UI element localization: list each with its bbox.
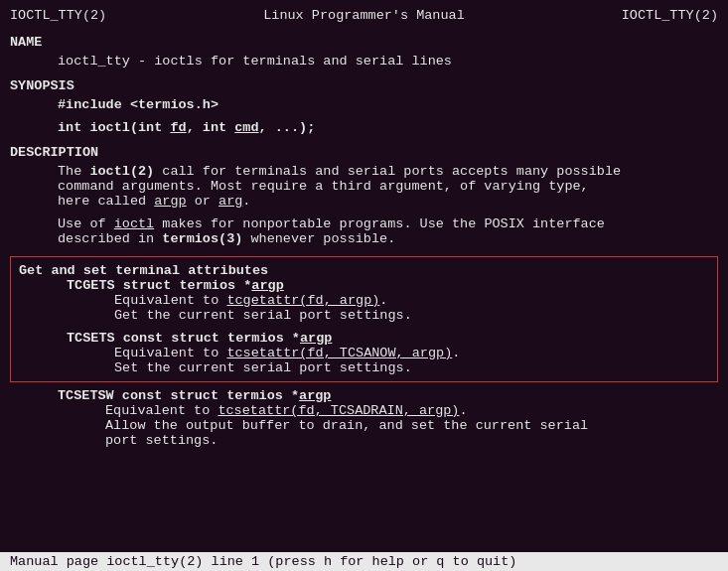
- tcsets-desc-text: Set the current serial port settings.: [114, 360, 412, 375]
- header-left: IOCTL_TTY(2): [10, 8, 106, 23]
- tcsetsw-equiv: Equivalent to tcsetattr(fd, TCSADRAIN, a…: [10, 403, 718, 418]
- status-bar: Manual page ioctl_tty(2) line 1 (press h…: [0, 552, 728, 571]
- tcsetsw-equiv-prefix: Equivalent to: [105, 403, 218, 418]
- desc-p2-rest: makes for nonportable programs. Use the …: [154, 216, 605, 231]
- tcsetsw-equiv-end: .: [459, 403, 467, 418]
- terminal-window: IOCTL_TTY(2) Linux Programmer's Manual I…: [0, 0, 728, 571]
- tcgets-equiv-link: tcgetattr(fd, argp): [226, 293, 379, 308]
- header-right: IOCTL_TTY(2): [622, 8, 718, 23]
- tcgets-desc: Get the current serial port settings.: [19, 308, 709, 323]
- desc-argp: argp: [154, 194, 186, 209]
- section-synopsis: SYNOPSIS #include <termios.h> int ioctl(…: [10, 78, 718, 135]
- section-synopsis-title: SYNOPSIS: [10, 78, 718, 93]
- tcgets-equiv: Equivalent to tcgetattr(fd, argp).: [19, 293, 709, 308]
- proto-rest: , ...);: [259, 120, 316, 135]
- tcgets-cmd: TCGETS: [67, 278, 115, 293]
- tcgets-equiv-end: .: [379, 293, 387, 308]
- desc-p1-bold: ioctl(2): [89, 164, 154, 179]
- tcsetsw-desc1: Allow the output buffer to drain, and se…: [10, 418, 718, 433]
- proto-comma: , int: [187, 120, 235, 135]
- description-para1-line3: here called argp or arg.: [10, 194, 718, 209]
- tcsetsw-equiv-link: tcsetattr(fd, TCSADRAIN, argp): [218, 403, 459, 418]
- desc-p2-l2-rest: whenever possible.: [242, 231, 395, 246]
- status-bar-text: Manual page ioctl_tty(2) line 1 (press h…: [10, 554, 516, 569]
- highlighted-section: Get and set terminal attributes TCGETS s…: [10, 256, 718, 382]
- tcgets-argp: argp: [251, 278, 283, 293]
- section-description-title: DESCRIPTION: [10, 145, 718, 160]
- desc-p1-l3-prefix: here called: [58, 194, 154, 209]
- desc-p1-l3-end: .: [242, 194, 250, 209]
- section-tcsetsw: TCSETSW const struct termios *argp Equiv…: [10, 388, 718, 448]
- man-page-header: IOCTL_TTY(2) Linux Programmer's Manual I…: [10, 8, 718, 23]
- tcgets-entry: TCGETS struct termios *argp: [19, 278, 709, 293]
- tcsetsw-spacing: [114, 388, 122, 403]
- tcsets-equiv-link: tcsetattr(fd, TCSANOW, argp): [226, 346, 452, 360]
- proto-cmd: cmd: [234, 120, 258, 135]
- desc-termios-link: termios(3): [162, 231, 242, 246]
- tcsets-arg: const struct termios *: [123, 331, 300, 346]
- tcsetsw-desc2: port settings.: [10, 433, 718, 448]
- tcsetsw-entry: TCSETSW const struct termios *argp: [10, 388, 718, 403]
- tcsets-equiv-prefix: Equivalent to: [114, 346, 226, 360]
- highlighted-title: Get and set terminal attributes: [19, 263, 709, 278]
- desc-p2-l2-prefix: described in: [58, 231, 162, 246]
- tcgets-spacing: [115, 278, 123, 293]
- tcsetsw-cmd: TCSETSW: [58, 388, 114, 403]
- tcsets-cmd: TCSETS: [67, 331, 115, 346]
- tcsetsw-arg: const struct termios *: [122, 388, 299, 403]
- section-name-title: NAME: [10, 35, 718, 50]
- tcsets-desc: Set the current serial port settings.: [19, 360, 709, 375]
- section-name-content: ioctl_tty - ioctls for terminals and ser…: [10, 54, 718, 69]
- tcsets-equiv-end: .: [452, 346, 460, 360]
- section-description: DESCRIPTION The ioctl(2) call for termin…: [10, 145, 718, 246]
- synopsis-proto: int ioctl(int fd, int cmd, ...);: [10, 120, 718, 135]
- description-para2-line2: described in termios(3) whenever possibl…: [10, 231, 718, 246]
- tcsets-argp: argp: [300, 331, 332, 346]
- desc-p2-prefix: Use of: [58, 216, 114, 231]
- desc-p1-prefix: The: [58, 164, 89, 179]
- tcgets-arg: struct termios *: [123, 278, 252, 293]
- tcgets-desc-text: Get the current serial port settings.: [114, 308, 412, 323]
- description-para1-line1: The ioctl(2) call for terminals and seri…: [10, 164, 718, 179]
- desc-ioctl-link: ioctl: [114, 216, 155, 231]
- man-page-content: NAME ioctl_tty - ioctls for terminals an…: [10, 35, 718, 571]
- header-center: Linux Programmer's Manual: [263, 8, 465, 23]
- description-para2-line1: Use of ioctl makes for nonportable progr…: [10, 216, 718, 231]
- description-para1-line2: command arguments. Most require a third …: [10, 179, 718, 194]
- tcsets-equiv: Equivalent to tcsetattr(fd, TCSANOW, arg…: [19, 346, 709, 360]
- desc-arg: arg: [218, 194, 242, 209]
- synopsis-include: #include <termios.h>: [10, 97, 718, 112]
- tcsetsw-argp: argp: [299, 388, 331, 403]
- tcsets-spacing: [115, 331, 123, 346]
- proto-bold: int ioctl(int: [58, 120, 170, 135]
- desc-p1-rest: call for terminals and serial ports acce…: [154, 164, 621, 179]
- tcgets-equiv-prefix: Equivalent to: [114, 293, 226, 308]
- proto-fd: fd: [170, 120, 186, 135]
- tcsets-entry: TCSETS const struct termios *argp: [19, 331, 709, 346]
- section-name: NAME ioctl_tty - ioctls for terminals an…: [10, 35, 718, 69]
- desc-p1-l3-rest: or: [187, 194, 218, 209]
